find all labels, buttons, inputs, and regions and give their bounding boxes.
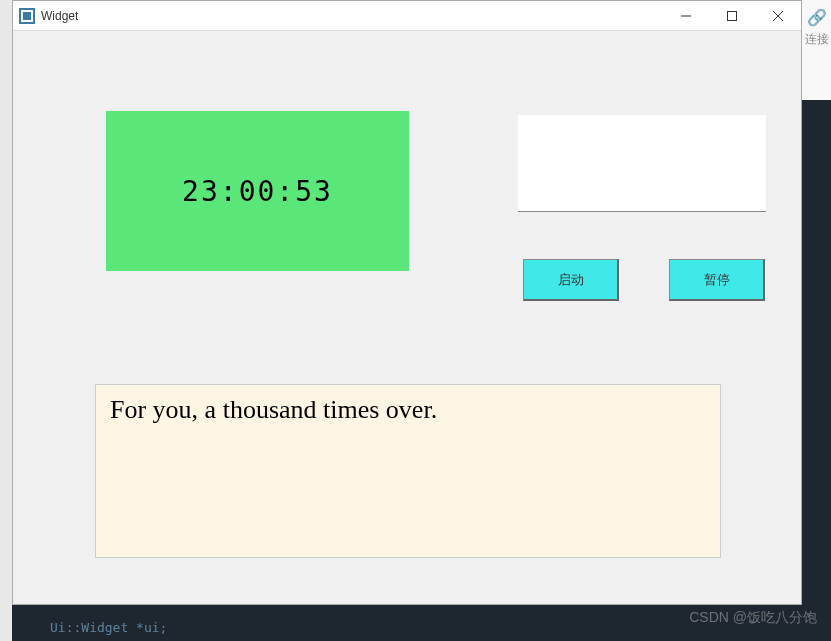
maximize-icon bbox=[727, 11, 737, 21]
output-textbox[interactable]: For you, a thousand times over. bbox=[95, 384, 721, 558]
minimize-icon bbox=[681, 11, 691, 21]
client-area: 23:00:53 启动 暂停 For you, a thousand times… bbox=[13, 31, 801, 604]
window-title: Widget bbox=[41, 9, 78, 23]
close-button[interactable] bbox=[755, 1, 801, 30]
titlebar[interactable]: Widget bbox=[13, 1, 801, 31]
right-toolbar: 🔗 连接 bbox=[802, 0, 831, 100]
link-icon[interactable]: 🔗 bbox=[807, 8, 827, 27]
app-icon bbox=[19, 8, 35, 24]
svg-rect-1 bbox=[728, 11, 737, 20]
minimize-button[interactable] bbox=[663, 1, 709, 30]
application-window: Widget 23:00:53 启动 暂停 For you, a thousan… bbox=[12, 0, 802, 605]
link-label[interactable]: 连接 bbox=[805, 31, 829, 48]
background-code-fragment: Ui::Widget *ui; bbox=[50, 620, 167, 635]
maximize-button[interactable] bbox=[709, 1, 755, 30]
text-input[interactable] bbox=[518, 115, 766, 212]
editor-left-edge bbox=[0, 0, 12, 641]
pause-button[interactable]: 暂停 bbox=[669, 259, 765, 301]
clock-display: 23:00:53 bbox=[106, 111, 409, 271]
close-icon bbox=[773, 11, 783, 21]
window-controls bbox=[663, 1, 801, 30]
start-button[interactable]: 启动 bbox=[523, 259, 619, 301]
watermark: CSDN @饭吃八分饱 bbox=[689, 609, 817, 627]
